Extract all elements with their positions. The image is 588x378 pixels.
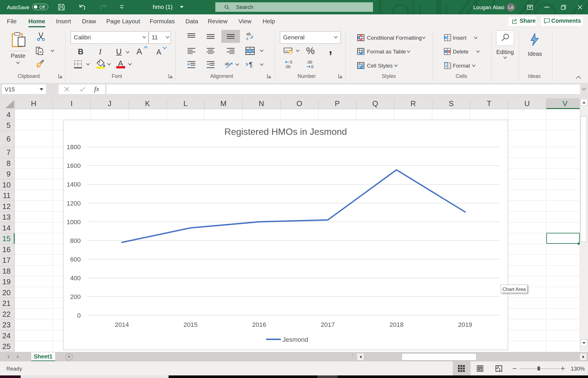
svg-text:1200: 1200: [67, 200, 81, 207]
svg-text:c: c: [246, 36, 248, 41]
svg-text:1800: 1800: [67, 143, 81, 151]
svg-text:¶: ¶: [249, 61, 253, 68]
svg-text:1600: 1600: [67, 162, 81, 169]
svg-text:2017: 2017: [321, 321, 335, 328]
svg-text:co: co: [285, 49, 288, 52]
svg-text:800: 800: [70, 237, 81, 244]
svg-text:2019: 2019: [458, 321, 472, 328]
svg-text:600: 600: [70, 256, 81, 263]
svg-text:400: 400: [70, 275, 81, 282]
svg-text:2014: 2014: [115, 321, 129, 328]
svg-text:Registered HMOs in Jesmond: Registered HMOs in Jesmond: [225, 126, 347, 137]
svg-text:1000: 1000: [67, 218, 81, 226]
svg-text:2016: 2016: [252, 321, 266, 328]
svg-text:2015: 2015: [183, 321, 198, 328]
svg-text:0: 0: [290, 60, 292, 64]
svg-text:200: 200: [70, 293, 81, 300]
svg-text:2018: 2018: [389, 321, 403, 328]
svg-text:Jesmond: Jesmond: [283, 336, 308, 343]
svg-text:1400: 1400: [67, 181, 81, 188]
svg-text:0: 0: [311, 64, 314, 69]
svg-text:.00: .00: [307, 60, 312, 64]
svg-text:ab: ab: [246, 32, 251, 36]
svg-text:.00: .00: [285, 64, 291, 69]
svg-text:0: 0: [77, 312, 81, 319]
